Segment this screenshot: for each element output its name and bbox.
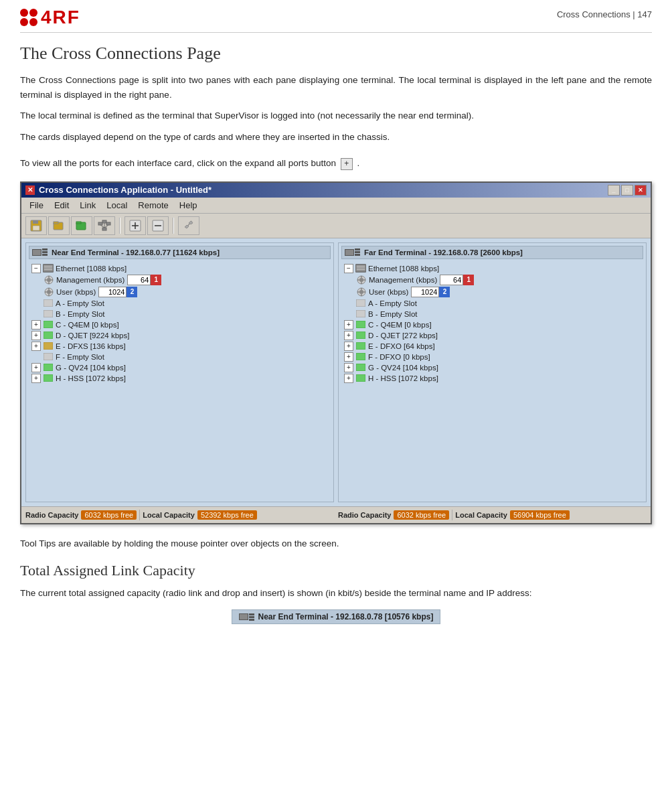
right-slot-g-icon <box>355 363 366 372</box>
right-slot-a-row: A - Empty Slot <box>341 298 643 309</box>
right-terminal-icon <box>345 248 360 256</box>
svg-rect-42 <box>44 374 53 382</box>
left-slot-e-expand[interactable]: + <box>31 342 41 351</box>
right-slot-a-label: A - Empty Slot <box>368 299 417 307</box>
left-user-icon <box>44 287 54 297</box>
toolbar-separator-1 <box>119 218 120 234</box>
right-tree: − Ethernet [1088 kbps] Management (kbps)… <box>341 262 643 385</box>
svg-rect-37 <box>44 321 53 328</box>
left-slot-h-row: + H - HSS [1072 kbps] <box>29 373 331 384</box>
left-radio-capacity-label: Radio Capacity <box>25 511 78 519</box>
right-slot-g-label: G - QV24 [104 kbps] <box>368 364 438 372</box>
left-slot-f-row: F - Empty Slot <box>29 352 331 362</box>
right-slot-a-icon <box>355 299 366 308</box>
logo-text: 4RF <box>41 7 80 28</box>
left-radio-capacity-value: 6032 kbps free <box>81 510 137 520</box>
left-slot-e-icon <box>43 342 54 351</box>
menu-link[interactable]: Link <box>74 199 101 212</box>
menu-remote[interactable]: Remote <box>133 199 174 212</box>
right-slot-c-expand[interactable]: + <box>344 320 353 329</box>
left-slot-e-row: + E - DFXS [136 kbps] <box>29 341 331 352</box>
svg-rect-35 <box>44 299 53 307</box>
left-slot-h-expand[interactable]: + <box>31 374 41 383</box>
right-slot-h-expand[interactable]: + <box>344 374 353 383</box>
right-ethernet-label: Ethernet [1088 kbps] <box>368 265 439 273</box>
right-slot-c-row: + C - Q4EM [0 kbps] <box>341 319 643 330</box>
left-slot-g-row: + G - QV24 [104 kbps] <box>29 362 331 373</box>
expand-all-button[interactable] <box>124 216 146 235</box>
bottom-terminal-label: Near End Terminal - 192.168.0.78 [10576 … <box>258 612 434 621</box>
network-button[interactable] <box>94 216 115 235</box>
left-slot-h-icon <box>43 374 54 383</box>
right-slot-f-expand[interactable]: + <box>344 352 353 362</box>
minimize-button[interactable]: _ <box>608 185 620 196</box>
panes-container: Near End Terminal - 192.168.0.77 [11624 … <box>21 238 651 506</box>
left-slot-d-row: + D - QJET [9224 kbps] <box>29 330 331 341</box>
right-user-input[interactable] <box>411 287 439 297</box>
close-button[interactable]: ✕ <box>635 185 647 196</box>
right-pane: Far End Terminal - 192.168.0.78 [2600 kb… <box>338 242 647 502</box>
left-terminal-icon <box>32 248 48 256</box>
left-management-row: Management (kbps) 1 <box>29 274 331 286</box>
left-slot-d-expand[interactable]: + <box>31 331 41 340</box>
svg-rect-2 <box>33 226 39 230</box>
right-slot-d-expand[interactable]: + <box>344 331 353 340</box>
right-status-pane: Radio Capacity 6032 kbps free Local Capa… <box>338 510 647 520</box>
left-user-input[interactable] <box>98 287 127 297</box>
svg-rect-6 <box>76 222 81 224</box>
right-management-label: Management (kbps) <box>369 276 437 284</box>
right-terminal-header: Far End Terminal - 192.168.0.78 [2600 kb… <box>341 246 643 259</box>
left-management-icon <box>44 275 54 285</box>
menu-edit[interactable]: Edit <box>49 199 74 212</box>
menu-local[interactable]: Local <box>101 199 133 212</box>
menu-file[interactable]: File <box>24 199 49 212</box>
right-slot-e-expand[interactable]: + <box>344 342 353 351</box>
expand-all-ports-icon <box>341 158 353 170</box>
right-slot-e-icon <box>355 342 366 351</box>
right-user-badge: 2 <box>439 287 450 297</box>
left-local-capacity-label: Local Capacity <box>143 511 195 519</box>
right-slot-g-expand[interactable]: + <box>344 363 353 372</box>
folder-green-button[interactable] <box>71 216 92 235</box>
right-local-capacity-value: 56904 kbps free <box>510 510 570 520</box>
right-user-row: User (kbps) 2 <box>341 286 643 298</box>
right-ethernet-collapse[interactable]: − <box>344 264 353 273</box>
svg-rect-7 <box>98 222 102 225</box>
left-slot-g-icon <box>43 363 54 372</box>
open-button[interactable] <box>48 216 70 235</box>
menu-help[interactable]: Help <box>174 199 203 212</box>
toolbar-separator-2 <box>173 218 174 234</box>
right-slot-c-icon <box>355 320 366 329</box>
left-management-label: Management (kbps) <box>56 276 124 284</box>
paragraph-1: The Cross Connections page is split into… <box>20 73 652 102</box>
left-slot-h-label: H - HSS [1072 kbps] <box>56 374 126 382</box>
right-slot-e-label: E - DFXO [64 kbps] <box>368 342 435 350</box>
svg-rect-38 <box>44 332 53 339</box>
left-slot-c-expand[interactable]: + <box>31 320 41 329</box>
svg-rect-65 <box>356 364 365 371</box>
left-slot-a-row: A - Empty Slot <box>29 298 331 309</box>
window-titlebar: ✕ Cross Connections Application - Untitl… <box>21 183 651 198</box>
left-slot-g-label: G - QV24 [104 kbps] <box>56 364 126 372</box>
wrench-button[interactable] <box>178 216 199 235</box>
svg-rect-64 <box>356 353 365 360</box>
page-title: The Cross Connections Page <box>20 44 652 64</box>
svg-rect-60 <box>356 310 365 317</box>
svg-rect-13 <box>102 228 106 230</box>
paragraph-2: The local terminal is defined as the ter… <box>20 108 652 123</box>
svg-line-10 <box>100 225 104 228</box>
left-slot-g-expand[interactable]: + <box>31 363 41 372</box>
window-title: Cross Connections Application - Untitled… <box>39 185 212 195</box>
left-user-badge: 2 <box>127 287 137 297</box>
collapse-all-button[interactable] <box>147 216 169 235</box>
logo-area: 4RF <box>20 7 80 28</box>
right-slot-h-icon <box>355 374 366 383</box>
right-management-input[interactable] <box>440 275 463 285</box>
left-user-row: User (kbps) 2 <box>29 286 331 298</box>
window-controls[interactable]: _ □ ✕ <box>608 185 647 196</box>
maximize-button[interactable]: □ <box>621 185 633 196</box>
left-slot-f-label: F - Empty Slot <box>56 353 104 361</box>
left-ethernet-collapse[interactable]: − <box>31 264 41 273</box>
save-button[interactable] <box>25 216 47 235</box>
left-management-input[interactable] <box>127 275 151 285</box>
